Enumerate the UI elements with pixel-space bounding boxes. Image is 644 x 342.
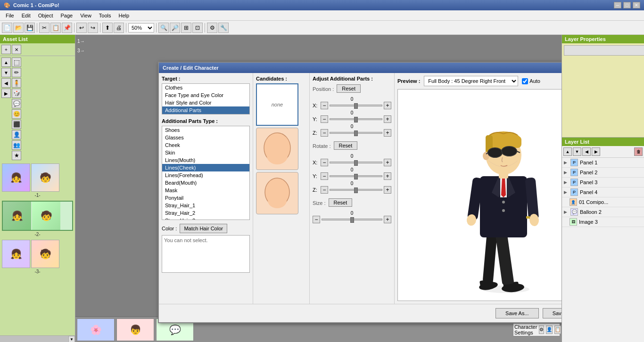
auto-checkbox[interactable] [522,78,528,84]
tb-extra[interactable]: 🔧 [218,23,229,33]
pos-x-minus[interactable]: − [321,102,328,109]
rot-x-slider-track[interactable] [330,159,382,166]
tool-star[interactable]: ★ [12,151,21,160]
type-ponytail[interactable]: Ponytail [162,194,249,202]
tb-new[interactable]: 📄 [2,23,12,33]
layer-move-up[interactable]: ▲ [563,147,572,156]
char-settings-btn-1[interactable]: ⚙ [539,326,544,334]
type-stray-hair-2[interactable]: Stray_Hair_2 [162,209,249,217]
tool-speech[interactable]: 💬 [12,99,21,108]
rot-x-plus[interactable]: + [384,159,391,166]
size-minus[interactable]: − [313,216,320,223]
tb-save[interactable]: 💾 [25,23,35,33]
char-settings-btn-3[interactable]: 📋 [554,326,561,334]
menu-object[interactable]: Object [34,12,57,19]
target-face[interactable]: Face Type and Eye Color [162,91,249,99]
pos-y-thumb[interactable] [354,117,358,122]
type-lines-forehead[interactable]: Lines(Forehead) [162,171,249,179]
rot-y-thumb[interactable] [354,174,358,179]
menu-edit[interactable]: Edit [18,12,34,19]
tb-cut[interactable]: ✂ [39,23,50,33]
type-lines-cheek[interactable]: Lines(Cheek) [162,164,249,171]
pos-z-slider-track[interactable] [330,130,382,136]
tool-box[interactable]: ⬛ [12,120,21,129]
asset-nav-left[interactable]: ◀ [1,78,11,88]
layer-item-panel3[interactable]: ▶ P Panel 3 [562,178,644,187]
char-settings-btn-2[interactable]: 👤 [546,326,553,334]
asset-nav-up[interactable]: ▲ [1,57,11,67]
rot-z-thumb[interactable] [354,187,358,193]
size-reset-button[interactable]: Reset [329,198,353,207]
type-beard-mouth[interactable]: Beard(Mouth) [162,179,249,187]
asset-thumb-2a[interactable]: 👧 [3,202,31,230]
tb-print[interactable]: 🖨 [114,23,124,33]
tb-zoom-in[interactable]: 🔍 [158,23,169,33]
rotate-reset-button[interactable]: Reset [334,141,358,150]
rot-z-plus[interactable]: + [384,186,391,194]
pos-x-slider-track[interactable] [330,102,382,109]
target-clothes[interactable]: Clothes [162,84,249,91]
asset-thumb-3a[interactable]: 👧 [2,240,30,268]
position-reset-button[interactable]: Reset [337,84,361,93]
tb-export[interactable]: ⬆ [102,23,113,33]
tb-settings[interactable]: ⚙ [207,23,217,33]
menu-view[interactable]: View [76,12,95,19]
type-mask[interactable]: Mask [162,187,249,194]
pos-z-thumb[interactable] [354,130,358,136]
asset-thumb-1a[interactable]: 👧 [2,163,30,192]
pos-x-plus[interactable]: + [384,102,391,109]
tool-face[interactable]: 😊 [12,109,21,119]
rot-x-thumb[interactable] [354,160,358,166]
layer-move-right[interactable]: ▶ [592,147,600,156]
type-glasses[interactable]: Glasses [162,134,249,141]
tb-fullfit[interactable]: ⊡ [192,23,203,33]
menu-help[interactable]: Help [115,12,133,19]
asset-nav-right[interactable]: ▶ [1,89,11,98]
tool-figure[interactable]: 🧍 [12,78,21,88]
size-slider-track[interactable] [322,216,382,223]
save-as-button[interactable]: Save As... [495,308,539,318]
pos-y-minus[interactable]: − [321,115,328,123]
tool-select[interactable]: ⬚ [12,57,21,67]
type-shoes[interactable]: Shoes [162,126,249,134]
tb-undo[interactable]: ↩ [76,23,87,33]
auto-checkbox-label[interactable]: Auto [522,78,540,84]
asset-thumb-2b[interactable]: 🧒 [32,202,60,230]
pos-z-minus[interactable]: − [321,129,328,137]
target-additional-parts[interactable]: Additional Parts [162,106,249,114]
size-plus[interactable]: + [384,216,391,223]
pos-y-plus[interactable]: + [384,115,391,123]
tool-pen[interactable]: ✏ [12,68,21,77]
tb-zoom-out[interactable]: 🔎 [170,23,180,33]
tb-redo[interactable]: ↪ [88,23,98,33]
pos-z-plus[interactable]: + [384,129,391,137]
bottom-thumb-2[interactable]: 👦 [116,318,154,341]
menu-tools[interactable]: Tools [95,12,115,19]
type-stray-hair-3[interactable]: Stray_Hair_3 [162,217,249,220]
close-app-button[interactable]: ✕ [633,2,640,8]
bottom-thumb-1[interactable]: 🌸 [77,318,115,341]
candidate-none[interactable]: none [256,83,298,126]
asset-thumb-3b[interactable]: 🧒 [31,240,59,268]
pos-y-slider-track[interactable] [330,116,382,122]
layer-move-down[interactable]: ▼ [573,147,581,156]
rot-x-minus[interactable]: − [321,159,328,166]
type-stray-hair-1[interactable]: Stray_Hair_1 [162,202,249,209]
asset-add-btn[interactable]: + [1,45,11,54]
tb-fit[interactable]: ⊞ [181,23,191,33]
save-button[interactable]: Save... [543,308,561,318]
tool-person2[interactable]: 👥 [12,140,21,150]
tool-3d[interactable]: 🎲 [12,89,21,98]
rot-y-plus[interactable]: + [384,172,391,180]
type-skin[interactable]: Skin [162,149,249,156]
asset-scroll-down[interactable]: ▼ [68,336,75,342]
preview-view-select[interactable]: Full Body : 45 Degree Right Front Full B… [424,76,518,86]
tool-person[interactable]: 👤 [12,130,21,139]
rot-z-slider-track[interactable] [330,187,382,193]
match-hair-button[interactable]: Match Hair Color [180,224,227,233]
layer-delete[interactable]: 🗑 [634,147,643,156]
restore-button[interactable]: □ [623,2,631,8]
target-hair[interactable]: Hair Style and Color [162,99,249,106]
pos-x-thumb[interactable] [354,103,358,109]
asset-thumb-1b[interactable]: 🧒 [31,163,59,192]
